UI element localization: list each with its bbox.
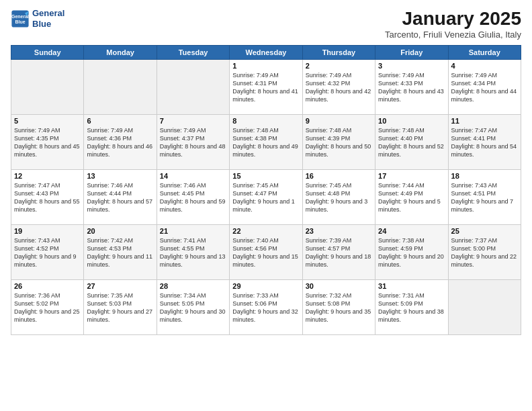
cal-cell xyxy=(448,280,521,335)
cal-cell: 22Sunrise: 7:40 AM Sunset: 4:56 PM Dayli… xyxy=(230,225,302,280)
calendar-table: SundayMondayTuesdayWednesdayThursdayFrid… xyxy=(11,45,521,335)
day-number: 17 xyxy=(378,172,445,180)
day-number: 4 xyxy=(451,62,518,70)
days-header-row: SundayMondayTuesdayWednesdayThursdayFrid… xyxy=(11,46,521,60)
cell-text: Sunrise: 7:46 AM Sunset: 4:45 PM Dayligh… xyxy=(160,181,226,214)
cell-text: Sunrise: 7:33 AM Sunset: 5:06 PM Dayligh… xyxy=(232,291,299,324)
cal-cell: 25Sunrise: 7:37 AM Sunset: 5:00 PM Dayli… xyxy=(448,225,521,280)
cal-cell: 2Sunrise: 7:49 AM Sunset: 4:32 PM Daylig… xyxy=(302,60,375,115)
cal-cell xyxy=(11,60,84,115)
cal-cell: 19Sunrise: 7:43 AM Sunset: 4:52 PM Dayli… xyxy=(11,225,84,280)
cal-cell: 11Sunrise: 7:47 AM Sunset: 4:41 PM Dayli… xyxy=(448,115,521,170)
day-number: 15 xyxy=(232,172,299,180)
cal-cell: 23Sunrise: 7:39 AM Sunset: 4:57 PM Dayli… xyxy=(302,225,375,280)
cal-cell: 27Sunrise: 7:35 AM Sunset: 5:03 PM Dayli… xyxy=(84,280,157,335)
cal-cell: 16Sunrise: 7:45 AM Sunset: 4:48 PM Dayli… xyxy=(302,170,375,225)
day-number: 16 xyxy=(306,172,372,180)
cell-text: Sunrise: 7:43 AM Sunset: 4:51 PM Dayligh… xyxy=(451,181,518,214)
cal-cell: 13Sunrise: 7:46 AM Sunset: 4:44 PM Dayli… xyxy=(84,170,157,225)
cal-cell: 24Sunrise: 7:38 AM Sunset: 4:59 PM Dayli… xyxy=(375,225,448,280)
cell-text: Sunrise: 7:43 AM Sunset: 4:52 PM Dayligh… xyxy=(14,236,81,269)
day-number: 5 xyxy=(14,117,81,125)
cal-cell: 17Sunrise: 7:44 AM Sunset: 4:49 PM Dayli… xyxy=(375,170,448,225)
cell-text: Sunrise: 7:49 AM Sunset: 4:32 PM Dayligh… xyxy=(306,71,372,104)
cell-text: Sunrise: 7:31 AM Sunset: 5:09 PM Dayligh… xyxy=(378,291,445,324)
day-number: 18 xyxy=(451,172,518,180)
cal-cell: 8Sunrise: 7:48 AM Sunset: 4:38 PM Daylig… xyxy=(230,115,302,170)
day-header-thursday: Thursday xyxy=(302,46,375,60)
cal-cell: 31Sunrise: 7:31 AM Sunset: 5:09 PM Dayli… xyxy=(375,280,448,335)
day-number: 31 xyxy=(378,282,445,290)
day-header-monday: Monday xyxy=(84,46,157,60)
day-number: 24 xyxy=(378,227,445,235)
day-number: 26 xyxy=(14,282,81,290)
day-number: 14 xyxy=(160,172,226,180)
day-header-sunday: Sunday xyxy=(11,46,84,60)
cell-text: Sunrise: 7:32 AM Sunset: 5:08 PM Dayligh… xyxy=(306,291,372,324)
cal-cell: 21Sunrise: 7:41 AM Sunset: 4:55 PM Dayli… xyxy=(157,225,229,280)
day-number: 13 xyxy=(87,172,153,180)
day-number: 9 xyxy=(306,117,372,125)
day-header-friday: Friday xyxy=(375,46,448,60)
week-row-3: 12Sunrise: 7:47 AM Sunset: 4:43 PM Dayli… xyxy=(11,170,521,225)
day-number: 8 xyxy=(232,117,299,125)
cal-cell: 12Sunrise: 7:47 AM Sunset: 4:43 PM Dayli… xyxy=(11,170,84,225)
day-number: 10 xyxy=(378,117,445,125)
day-number: 22 xyxy=(232,227,299,235)
cal-cell: 20Sunrise: 7:42 AM Sunset: 4:53 PM Dayli… xyxy=(84,225,157,280)
cal-cell: 1Sunrise: 7:49 AM Sunset: 4:31 PM Daylig… xyxy=(230,60,302,115)
svg-text:Blue: Blue xyxy=(15,19,25,24)
week-row-1: 1Sunrise: 7:49 AM Sunset: 4:31 PM Daylig… xyxy=(11,60,521,115)
cell-text: Sunrise: 7:38 AM Sunset: 4:59 PM Dayligh… xyxy=(378,236,445,269)
cell-text: Sunrise: 7:39 AM Sunset: 4:57 PM Dayligh… xyxy=(306,236,372,269)
calendar-page: General Blue General Blue January 2025 T… xyxy=(0,0,532,411)
cell-text: Sunrise: 7:44 AM Sunset: 4:49 PM Dayligh… xyxy=(378,181,445,214)
day-number: 3 xyxy=(378,62,445,70)
cal-cell: 14Sunrise: 7:46 AM Sunset: 4:45 PM Dayli… xyxy=(157,170,229,225)
cell-text: Sunrise: 7:48 AM Sunset: 4:40 PM Dayligh… xyxy=(378,126,445,159)
day-header-tuesday: Tuesday xyxy=(157,46,229,60)
cell-text: Sunrise: 7:47 AM Sunset: 4:43 PM Dayligh… xyxy=(14,181,81,214)
cell-text: Sunrise: 7:42 AM Sunset: 4:53 PM Dayligh… xyxy=(87,236,153,269)
day-number: 19 xyxy=(14,227,81,235)
day-header-saturday: Saturday xyxy=(448,46,521,60)
location: Tarcento, Friuli Venezia Giulia, Italy xyxy=(385,30,521,40)
cell-text: Sunrise: 7:49 AM Sunset: 4:36 PM Dayligh… xyxy=(87,126,153,159)
cell-text: Sunrise: 7:46 AM Sunset: 4:44 PM Dayligh… xyxy=(87,181,153,214)
day-number: 23 xyxy=(306,227,372,235)
cal-cell: 4Sunrise: 7:49 AM Sunset: 4:34 PM Daylig… xyxy=(448,60,521,115)
cal-cell: 28Sunrise: 7:34 AM Sunset: 5:05 PM Dayli… xyxy=(157,280,229,335)
cell-text: Sunrise: 7:40 AM Sunset: 4:56 PM Dayligh… xyxy=(232,236,299,269)
cal-cell xyxy=(157,60,229,115)
cell-text: Sunrise: 7:49 AM Sunset: 4:34 PM Dayligh… xyxy=(451,71,518,104)
cal-cell: 15Sunrise: 7:45 AM Sunset: 4:47 PM Dayli… xyxy=(230,170,302,225)
cell-text: Sunrise: 7:45 AM Sunset: 4:47 PM Dayligh… xyxy=(232,181,299,214)
cell-text: Sunrise: 7:45 AM Sunset: 4:48 PM Dayligh… xyxy=(306,181,372,214)
cell-text: Sunrise: 7:48 AM Sunset: 4:39 PM Dayligh… xyxy=(306,126,372,159)
logo-text-line1: General xyxy=(32,8,64,19)
week-row-5: 26Sunrise: 7:36 AM Sunset: 5:02 PM Dayli… xyxy=(11,280,521,335)
day-number: 25 xyxy=(451,227,518,235)
cell-text: Sunrise: 7:49 AM Sunset: 4:33 PM Dayligh… xyxy=(378,71,445,104)
cal-cell: 7Sunrise: 7:49 AM Sunset: 4:37 PM Daylig… xyxy=(157,115,229,170)
cell-text: Sunrise: 7:49 AM Sunset: 4:37 PM Dayligh… xyxy=(160,126,226,159)
day-number: 12 xyxy=(14,172,81,180)
cal-cell: 30Sunrise: 7:32 AM Sunset: 5:08 PM Dayli… xyxy=(302,280,375,335)
day-number: 20 xyxy=(87,227,153,235)
cell-text: Sunrise: 7:47 AM Sunset: 4:41 PM Dayligh… xyxy=(451,126,518,159)
cell-text: Sunrise: 7:41 AM Sunset: 4:55 PM Dayligh… xyxy=(160,236,226,269)
week-row-4: 19Sunrise: 7:43 AM Sunset: 4:52 PM Dayli… xyxy=(11,225,521,280)
cell-text: Sunrise: 7:37 AM Sunset: 5:00 PM Dayligh… xyxy=(451,236,518,269)
day-number: 28 xyxy=(160,282,226,290)
day-number: 1 xyxy=(232,62,299,70)
cell-text: Sunrise: 7:49 AM Sunset: 4:31 PM Dayligh… xyxy=(232,71,299,104)
cell-text: Sunrise: 7:36 AM Sunset: 5:02 PM Dayligh… xyxy=(14,291,81,324)
cell-text: Sunrise: 7:35 AM Sunset: 5:03 PM Dayligh… xyxy=(87,291,153,324)
cal-cell: 3Sunrise: 7:49 AM Sunset: 4:33 PM Daylig… xyxy=(375,60,448,115)
cal-cell: 18Sunrise: 7:43 AM Sunset: 4:51 PM Dayli… xyxy=(448,170,521,225)
cal-cell: 6Sunrise: 7:49 AM Sunset: 4:36 PM Daylig… xyxy=(84,115,157,170)
cal-cell: 5Sunrise: 7:49 AM Sunset: 4:35 PM Daylig… xyxy=(11,115,84,170)
cal-cell: 9Sunrise: 7:48 AM Sunset: 4:39 PM Daylig… xyxy=(302,115,375,170)
cal-cell: 29Sunrise: 7:33 AM Sunset: 5:06 PM Dayli… xyxy=(230,280,302,335)
day-number: 6 xyxy=(87,117,153,125)
